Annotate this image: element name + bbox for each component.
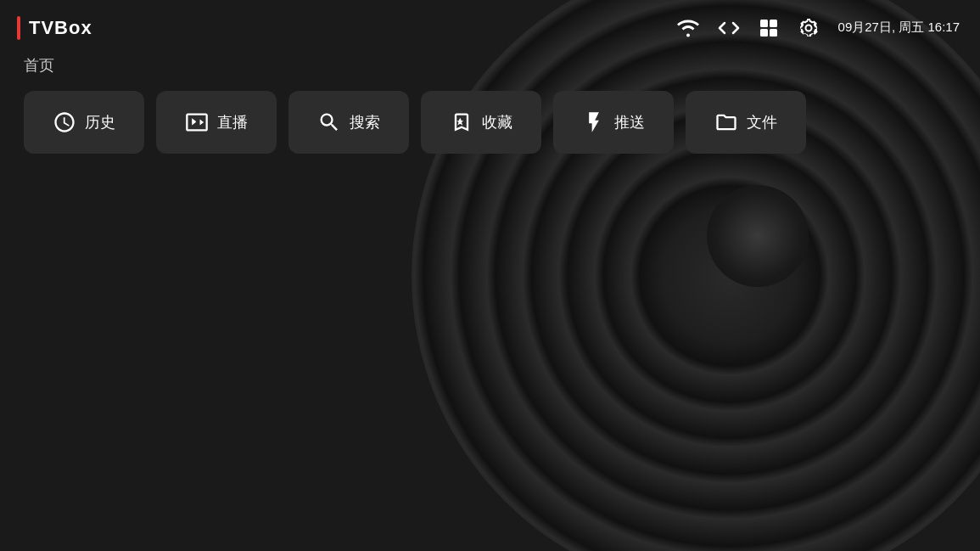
collect-button[interactable]: 收藏 <box>421 91 541 154</box>
svg-rect-3 <box>770 29 777 37</box>
page-subtitle: 首页 <box>0 55 980 76</box>
search-icon <box>317 110 341 134</box>
collect-label: 收藏 <box>482 112 512 132</box>
svg-rect-1 <box>770 20 777 27</box>
header: TVBox <box>0 0 980 55</box>
history-button[interactable]: 历史 <box>24 91 144 154</box>
svg-rect-2 <box>760 29 768 37</box>
history-label: 历史 <box>85 112 115 132</box>
live-icon <box>185 110 209 134</box>
live-label: 直播 <box>217 112 248 132</box>
search-button[interactable]: 搜索 <box>288 91 409 154</box>
app-title: TVBox <box>29 17 92 39</box>
header-right: 09月27日, 周五 16:17 <box>677 17 960 39</box>
live-button[interactable]: 直播 <box>156 91 277 154</box>
datetime: 09月27日, 周五 16:17 <box>838 20 960 36</box>
file-label: 文件 <box>747 112 777 132</box>
logo-area: TVBox <box>17 16 92 40</box>
collect-icon <box>450 110 473 134</box>
search-label: 搜索 <box>350 112 380 132</box>
push-label: 推送 <box>614 112 645 132</box>
logo-bar <box>17 16 20 40</box>
push-button[interactable]: 推送 <box>553 91 674 154</box>
gear-icon[interactable] <box>798 17 820 39</box>
history-icon <box>53 110 76 134</box>
file-icon <box>714 110 738 134</box>
svg-rect-0 <box>760 20 768 27</box>
code-icon[interactable] <box>718 19 740 37</box>
grid-icon[interactable] <box>759 18 779 38</box>
menu-row: 历史 直播 搜索 收藏 <box>0 91 980 154</box>
wifi-icon[interactable] <box>677 19 699 37</box>
push-icon <box>582 110 606 134</box>
file-button[interactable]: 文件 <box>686 91 806 154</box>
